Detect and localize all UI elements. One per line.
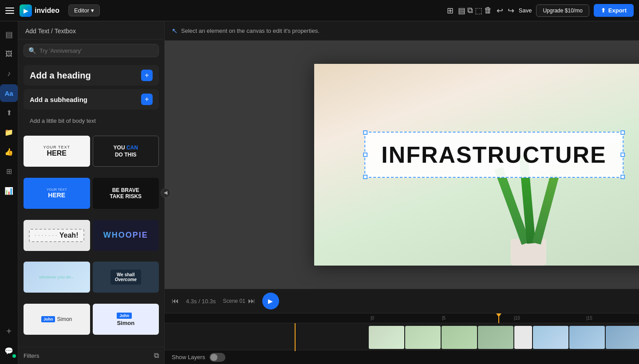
template-your-text-here-plain[interactable]: YOUR TEXT HERE bbox=[24, 136, 90, 167]
sidebar-item-layout[interactable]: ⊞ bbox=[0, 162, 18, 180]
editor-mode-button[interactable]: Editor ▾ bbox=[68, 4, 100, 16]
show-layers-bar: Show Layers bbox=[165, 350, 639, 364]
add-heading-label: Add a heading bbox=[30, 70, 91, 81]
filter-icon[interactable]: ⧉ bbox=[154, 352, 159, 360]
collapse-panel-button[interactable]: ◀ bbox=[161, 188, 170, 198]
selection-handle-bl[interactable] bbox=[363, 175, 367, 179]
timeline-controls: ⏮ 4.3s / 10.3s Scene 01 ⏭ ▶ + bbox=[165, 289, 639, 313]
sidebar-item-images[interactable]: 🖼 bbox=[0, 45, 18, 63]
undo-button[interactable]: ↩ bbox=[497, 6, 503, 16]
canvas-background: INFRASTRUCTURE bbox=[165, 41, 639, 289]
canvas-area: ↖ Select an element on the canvas to edi… bbox=[165, 21, 639, 364]
cursor-icon: ↖ bbox=[172, 27, 178, 35]
canvas-content[interactable]: INFRASTRUCTURE bbox=[314, 64, 639, 266]
sidebar-item-upload[interactable]: ⬆ bbox=[0, 104, 18, 121]
next-scene-icon[interactable]: ⏭ bbox=[248, 297, 255, 305]
grid-icon[interactable]: ⊞ bbox=[447, 6, 454, 16]
chat-badge bbox=[12, 354, 16, 358]
delete-icon[interactable]: 🗑 bbox=[484, 6, 492, 15]
add-heading-plus[interactable]: + bbox=[141, 70, 153, 81]
template-john-simon-1[interactable]: John Simon bbox=[24, 304, 90, 335]
template-whatever[interactable]: whatever you do... bbox=[24, 262, 90, 293]
scene-label: Scene 01 bbox=[223, 298, 245, 304]
layer-back-icon[interactable]: ▤ bbox=[458, 6, 465, 16]
logo-icon: ▶ bbox=[20, 4, 32, 17]
play-button[interactable]: ▶ bbox=[262, 293, 279, 309]
sidebar-item-chat[interactable]: 💬 bbox=[0, 342, 18, 360]
selection-handle-mr[interactable] bbox=[620, 153, 625, 157]
clip-5[interactable] bbox=[514, 326, 532, 349]
paste-icon[interactable]: ⬚ bbox=[475, 6, 482, 16]
add-subheading-plus[interactable]: + bbox=[141, 94, 153, 105]
scene-info: Scene 01 ⏭ bbox=[223, 297, 255, 305]
time-display: 4.3s / 10.3s bbox=[186, 298, 216, 305]
playhead-line bbox=[295, 323, 296, 351]
template-john-simon-2[interactable]: John Simon bbox=[93, 304, 159, 335]
clip-3[interactable] bbox=[442, 326, 477, 349]
clip-8[interactable] bbox=[606, 326, 639, 349]
selection-handle-br[interactable] bbox=[620, 175, 625, 179]
sidebar-item-text[interactable]: Aa bbox=[0, 84, 18, 102]
clip-4[interactable] bbox=[478, 326, 513, 349]
search-input[interactable] bbox=[39, 47, 154, 54]
text-templates-grid: YOUR TEXT HERE YOU CAN DO THIS YOUR TEXT… bbox=[18, 132, 164, 347]
topbar: ▶ invideo Editor ▾ ⊞ ▤ ⧉ ⬚ 🗑 ↩ ↪ Save Up… bbox=[0, 0, 639, 21]
selection-handle-ml[interactable] bbox=[363, 153, 367, 157]
show-layers-toggle[interactable] bbox=[209, 353, 225, 362]
add-subheading-label: Add a subheading bbox=[30, 96, 87, 103]
sidebar-icons: ▤ 🖼 ♪ Aa ⬆ 📁 👍 ⊞ 📊 + 💬 bbox=[0, 21, 18, 364]
left-panel: Add Text / Textbox 🔍 Add a heading + Add… bbox=[18, 21, 165, 364]
export-button[interactable]: ⬆ Export bbox=[594, 4, 634, 17]
sidebar-item-music[interactable]: ♪ bbox=[0, 65, 18, 82]
clip-2[interactable] bbox=[405, 326, 441, 349]
logo: ▶ invideo bbox=[20, 4, 59, 17]
canvas-text-box[interactable]: INFRASTRUCTURE bbox=[364, 132, 623, 178]
sidebar-item-media[interactable]: ▤ bbox=[0, 26, 18, 43]
search-bar: 🔍 bbox=[24, 44, 159, 57]
save-button[interactable]: Save bbox=[519, 7, 532, 14]
timeline-track[interactable]: TEXT TEXT TEXT TEXT bbox=[165, 323, 639, 351]
filters-label: Filters bbox=[24, 352, 39, 359]
sidebar-item-add[interactable]: + bbox=[0, 322, 18, 340]
toggle-knob bbox=[210, 354, 217, 361]
copy-icon[interactable]: ⧉ bbox=[467, 6, 473, 15]
redo-button[interactable]: ↪ bbox=[508, 6, 514, 16]
canvas-main-text: INFRASTRUCTURE bbox=[381, 142, 607, 168]
add-heading-button[interactable]: Add a heading + bbox=[24, 65, 159, 86]
clip-6[interactable] bbox=[533, 326, 568, 349]
canvas-toolbar: ↖ Select an element on the canvas to edi… bbox=[165, 21, 639, 41]
template-your-text-here-blue[interactable]: YOUR TEXT HERE bbox=[24, 178, 90, 209]
sidebar-item-reactions[interactable]: 👍 bbox=[0, 143, 18, 160]
selection-handle-tr[interactable] bbox=[620, 130, 625, 135]
add-body-button[interactable]: Add a little bit of body text bbox=[24, 113, 159, 129]
sidebar-item-analytics[interactable]: 📊 bbox=[0, 182, 18, 200]
clip-row: TEXT TEXT TEXT TEXT bbox=[369, 326, 639, 349]
add-subheading-button[interactable]: Add a subheading + bbox=[24, 89, 159, 110]
template-be-brave-take-risks[interactable]: BE BRAVE TAKE RISKS bbox=[93, 178, 159, 209]
text-options: Add a heading + Add a subheading + Add a… bbox=[18, 62, 164, 132]
canvas-frame: INFRASTRUCTURE bbox=[165, 41, 639, 289]
selection-handle-tl[interactable] bbox=[363, 130, 367, 135]
search-icon: 🔍 bbox=[28, 47, 36, 54]
upgrade-button[interactable]: Upgrade $10/mo bbox=[536, 4, 589, 17]
show-layers-label: Show Layers bbox=[172, 354, 205, 360]
template-yeah[interactable]: • • • • • • • Yeah! bbox=[24, 220, 90, 251]
main-layout: ▤ 🖼 ♪ Aa ⬆ 📁 👍 ⊞ 📊 + 💬 Add Text / Textbo… bbox=[0, 21, 639, 364]
canvas-hint: ↖ Select an element on the canvas to edi… bbox=[172, 27, 320, 35]
panel-header: Add Text / Textbox bbox=[18, 21, 164, 39]
logo-text: invideo bbox=[35, 7, 59, 15]
prev-scene-icon[interactable]: ⏮ bbox=[172, 297, 179, 305]
menu-icon[interactable] bbox=[5, 8, 14, 14]
template-we-shall[interactable]: We shall Overcome bbox=[93, 262, 159, 293]
sidebar-item-files[interactable]: 📁 bbox=[0, 123, 18, 141]
clip-7[interactable] bbox=[569, 326, 605, 349]
playhead-ruler bbox=[498, 313, 499, 323]
clip-1[interactable] bbox=[369, 326, 404, 349]
timeline-ruler: |0 |5 |10 |15 |20 |25 bbox=[165, 313, 639, 323]
filters-bar: Filters ⧉ bbox=[18, 347, 164, 364]
template-you-can-do-this[interactable]: YOU CAN DO THIS bbox=[93, 136, 159, 167]
template-whoopie[interactable]: WHOOPIE bbox=[93, 220, 159, 251]
nav-prev[interactable]: ⏮ bbox=[172, 297, 179, 305]
